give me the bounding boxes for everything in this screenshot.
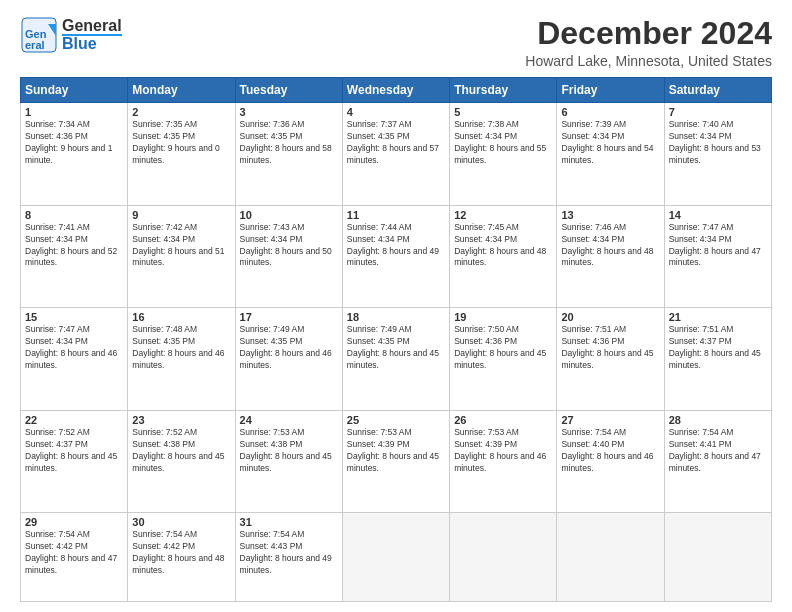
calendar-cell: 16 Sunrise: 7:48 AM Sunset: 4:35 PM Dayl… [128,308,235,411]
calendar-header-sunday: Sunday [21,78,128,103]
day-number: 7 [669,106,767,118]
calendar-cell: 29 Sunrise: 7:54 AM Sunset: 4:42 PM Dayl… [21,513,128,602]
calendar-cell [450,513,557,602]
day-number: 19 [454,311,552,323]
day-info: Sunrise: 7:54 AM Sunset: 4:42 PM Dayligh… [132,529,230,577]
day-number: 25 [347,414,445,426]
day-info: Sunrise: 7:50 AM Sunset: 4:36 PM Dayligh… [454,324,552,372]
calendar-week-4: 22 Sunrise: 7:52 AM Sunset: 4:37 PM Dayl… [21,410,772,513]
calendar-cell: 21 Sunrise: 7:51 AM Sunset: 4:37 PM Dayl… [664,308,771,411]
day-info: Sunrise: 7:53 AM Sunset: 4:38 PM Dayligh… [240,427,338,475]
calendar-week-2: 8 Sunrise: 7:41 AM Sunset: 4:34 PM Dayli… [21,205,772,308]
calendar-cell: 4 Sunrise: 7:37 AM Sunset: 4:35 PM Dayli… [342,103,449,206]
day-info: Sunrise: 7:36 AM Sunset: 4:35 PM Dayligh… [240,119,338,167]
calendar-cell: 13 Sunrise: 7:46 AM Sunset: 4:34 PM Dayl… [557,205,664,308]
day-number: 13 [561,209,659,221]
day-number: 9 [132,209,230,221]
svg-text:eral: eral [25,39,45,51]
calendar-header-friday: Friday [557,78,664,103]
day-info: Sunrise: 7:47 AM Sunset: 4:34 PM Dayligh… [669,222,767,270]
day-number: 3 [240,106,338,118]
calendar-cell: 30 Sunrise: 7:54 AM Sunset: 4:42 PM Dayl… [128,513,235,602]
day-number: 29 [25,516,123,528]
calendar-cell: 6 Sunrise: 7:39 AM Sunset: 4:34 PM Dayli… [557,103,664,206]
day-info: Sunrise: 7:54 AM Sunset: 4:42 PM Dayligh… [25,529,123,577]
day-info: Sunrise: 7:44 AM Sunset: 4:34 PM Dayligh… [347,222,445,270]
day-number: 16 [132,311,230,323]
title-section: December 2024 Howard Lake, Minnesota, Un… [525,16,772,69]
day-info: Sunrise: 7:51 AM Sunset: 4:36 PM Dayligh… [561,324,659,372]
day-number: 17 [240,311,338,323]
calendar-cell [557,513,664,602]
calendar-cell: 19 Sunrise: 7:50 AM Sunset: 4:36 PM Dayl… [450,308,557,411]
calendar-cell: 31 Sunrise: 7:54 AM Sunset: 4:43 PM Dayl… [235,513,342,602]
day-number: 6 [561,106,659,118]
calendar-week-5: 29 Sunrise: 7:54 AM Sunset: 4:42 PM Dayl… [21,513,772,602]
day-info: Sunrise: 7:45 AM Sunset: 4:34 PM Dayligh… [454,222,552,270]
day-number: 21 [669,311,767,323]
day-number: 8 [25,209,123,221]
calendar-cell: 15 Sunrise: 7:47 AM Sunset: 4:34 PM Dayl… [21,308,128,411]
calendar-cell: 2 Sunrise: 7:35 AM Sunset: 4:35 PM Dayli… [128,103,235,206]
calendar-cell [342,513,449,602]
day-number: 30 [132,516,230,528]
day-number: 20 [561,311,659,323]
day-number: 27 [561,414,659,426]
day-number: 26 [454,414,552,426]
day-number: 24 [240,414,338,426]
day-number: 31 [240,516,338,528]
calendar-cell: 11 Sunrise: 7:44 AM Sunset: 4:34 PM Dayl… [342,205,449,308]
calendar-cell: 22 Sunrise: 7:52 AM Sunset: 4:37 PM Dayl… [21,410,128,513]
day-info: Sunrise: 7:54 AM Sunset: 4:43 PM Dayligh… [240,529,338,577]
day-number: 28 [669,414,767,426]
day-info: Sunrise: 7:53 AM Sunset: 4:39 PM Dayligh… [347,427,445,475]
calendar-header-thursday: Thursday [450,78,557,103]
day-number: 14 [669,209,767,221]
calendar-cell: 23 Sunrise: 7:52 AM Sunset: 4:38 PM Dayl… [128,410,235,513]
main-title: December 2024 [525,16,772,51]
day-info: Sunrise: 7:52 AM Sunset: 4:38 PM Dayligh… [132,427,230,475]
calendar-header-wednesday: Wednesday [342,78,449,103]
day-number: 5 [454,106,552,118]
calendar-header-monday: Monday [128,78,235,103]
day-info: Sunrise: 7:38 AM Sunset: 4:34 PM Dayligh… [454,119,552,167]
calendar-cell: 24 Sunrise: 7:53 AM Sunset: 4:38 PM Dayl… [235,410,342,513]
day-info: Sunrise: 7:40 AM Sunset: 4:34 PM Dayligh… [669,119,767,167]
calendar-cell: 7 Sunrise: 7:40 AM Sunset: 4:34 PM Dayli… [664,103,771,206]
day-info: Sunrise: 7:37 AM Sunset: 4:35 PM Dayligh… [347,119,445,167]
day-number: 1 [25,106,123,118]
day-number: 12 [454,209,552,221]
header: Gen eral General Blue December 2024 Howa… [20,16,772,69]
day-number: 11 [347,209,445,221]
day-info: Sunrise: 7:48 AM Sunset: 4:35 PM Dayligh… [132,324,230,372]
day-info: Sunrise: 7:51 AM Sunset: 4:37 PM Dayligh… [669,324,767,372]
calendar-cell: 9 Sunrise: 7:42 AM Sunset: 4:34 PM Dayli… [128,205,235,308]
day-info: Sunrise: 7:35 AM Sunset: 4:35 PM Dayligh… [132,119,230,167]
day-number: 23 [132,414,230,426]
logo-general-text: General [62,18,122,34]
calendar-table: SundayMondayTuesdayWednesdayThursdayFrid… [20,77,772,602]
calendar-cell: 5 Sunrise: 7:38 AM Sunset: 4:34 PM Dayli… [450,103,557,206]
calendar-cell: 27 Sunrise: 7:54 AM Sunset: 4:40 PM Dayl… [557,410,664,513]
day-info: Sunrise: 7:47 AM Sunset: 4:34 PM Dayligh… [25,324,123,372]
calendar-cell: 14 Sunrise: 7:47 AM Sunset: 4:34 PM Dayl… [664,205,771,308]
logo: Gen eral General Blue [20,16,122,54]
calendar-week-3: 15 Sunrise: 7:47 AM Sunset: 4:34 PM Dayl… [21,308,772,411]
day-info: Sunrise: 7:41 AM Sunset: 4:34 PM Dayligh… [25,222,123,270]
day-number: 4 [347,106,445,118]
day-number: 10 [240,209,338,221]
day-number: 22 [25,414,123,426]
calendar-cell: 8 Sunrise: 7:41 AM Sunset: 4:34 PM Dayli… [21,205,128,308]
page: Gen eral General Blue December 2024 Howa… [0,0,792,612]
calendar-cell: 18 Sunrise: 7:49 AM Sunset: 4:35 PM Dayl… [342,308,449,411]
day-info: Sunrise: 7:43 AM Sunset: 4:34 PM Dayligh… [240,222,338,270]
day-info: Sunrise: 7:42 AM Sunset: 4:34 PM Dayligh… [132,222,230,270]
calendar-header-saturday: Saturday [664,78,771,103]
day-info: Sunrise: 7:52 AM Sunset: 4:37 PM Dayligh… [25,427,123,475]
day-info: Sunrise: 7:49 AM Sunset: 4:35 PM Dayligh… [347,324,445,372]
calendar-cell: 12 Sunrise: 7:45 AM Sunset: 4:34 PM Dayl… [450,205,557,308]
calendar-cell: 10 Sunrise: 7:43 AM Sunset: 4:34 PM Dayl… [235,205,342,308]
day-info: Sunrise: 7:53 AM Sunset: 4:39 PM Dayligh… [454,427,552,475]
calendar-cell [664,513,771,602]
day-info: Sunrise: 7:34 AM Sunset: 4:36 PM Dayligh… [25,119,123,167]
